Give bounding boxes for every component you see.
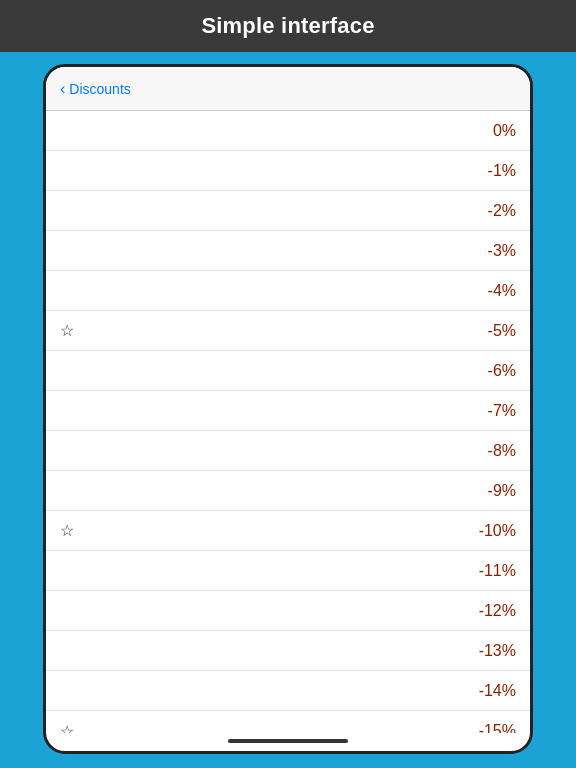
nav-bar: ‹ Discounts [46, 67, 530, 111]
discount-value: -9% [488, 482, 516, 500]
list-item[interactable]: -14% [46, 671, 530, 711]
discount-value: -14% [479, 682, 516, 700]
list-item[interactable]: -4% [46, 271, 530, 311]
list-item[interactable]: -9% [46, 471, 530, 511]
discount-value: -15% [479, 722, 516, 733]
discount-value: -10% [479, 522, 516, 540]
list-item[interactable]: ☆-5% [46, 311, 530, 351]
list-item[interactable]: ☆-10% [46, 511, 530, 551]
discount-value: -4% [488, 282, 516, 300]
list-container[interactable]: 0%-1%-2%-3%-4%☆-5%-6%-7%-8%-9%☆-10%-11%-… [46, 111, 530, 733]
discount-value: -5% [488, 322, 516, 340]
home-indicator [228, 739, 348, 743]
discount-value: -6% [488, 362, 516, 380]
discount-value: -12% [479, 602, 516, 620]
back-chevron-icon: ‹ [60, 80, 65, 98]
back-label: Discounts [69, 81, 130, 97]
discount-value: -7% [488, 402, 516, 420]
discount-value: 0% [493, 122, 516, 140]
discount-value: -13% [479, 642, 516, 660]
list-item[interactable]: -11% [46, 551, 530, 591]
list-item[interactable]: 0% [46, 111, 530, 151]
discount-value: -3% [488, 242, 516, 260]
list-item[interactable]: -13% [46, 631, 530, 671]
list-item[interactable]: -2% [46, 191, 530, 231]
list-item[interactable]: -12% [46, 591, 530, 631]
star-icon: ☆ [60, 321, 74, 340]
list-item[interactable]: -7% [46, 391, 530, 431]
star-icon: ☆ [60, 722, 74, 734]
device-frame: ‹ Discounts 0%-1%-2%-3%-4%☆-5%-6%-7%-8%-… [43, 64, 533, 754]
star-icon: ☆ [60, 521, 74, 540]
list-item[interactable]: -3% [46, 231, 530, 271]
discount-value: -11% [479, 562, 516, 580]
discount-value: -8% [488, 442, 516, 460]
list-item[interactable]: -6% [46, 351, 530, 391]
back-button[interactable]: ‹ Discounts [60, 80, 131, 98]
list-item[interactable]: ☆-15% [46, 711, 530, 733]
list-item[interactable]: -8% [46, 431, 530, 471]
discount-value: -2% [488, 202, 516, 220]
list-item[interactable]: -1% [46, 151, 530, 191]
discount-value: -1% [488, 162, 516, 180]
header-title: Simple interface [201, 13, 374, 39]
header-bar: Simple interface [0, 0, 576, 52]
